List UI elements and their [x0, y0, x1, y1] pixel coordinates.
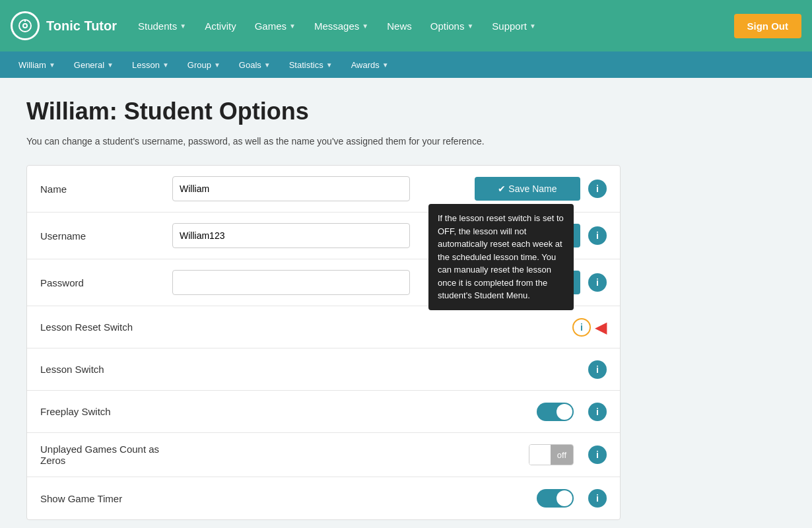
nav-items: Students ▼ Activity Games ▼ Messages ▼ N… [130, 15, 733, 37]
subnav-group[interactable]: Group ▼ [180, 56, 228, 74]
subnav-awards-label: Awards [351, 60, 380, 70]
game-timer-info-button[interactable]: i [588, 489, 607, 508]
freeplay-switch-actions: i [537, 403, 607, 421]
nav-options-label: Options [430, 20, 465, 32]
toggle-knob [557, 490, 572, 506]
name-label: Name [40, 183, 172, 195]
chevron-down-icon: ▼ [264, 61, 271, 69]
svg-point-1 [23, 24, 27, 28]
lesson-switch-info-button[interactable]: i [588, 360, 607, 379]
freeplay-switch-row: Freeplay Switch i [27, 391, 620, 433]
toggle-white-side [529, 444, 551, 465]
subnav-lesson-label: Lesson [132, 60, 160, 70]
subnav-awards[interactable]: Awards ▼ [343, 56, 397, 74]
top-navigation: Tonic Tutor Students ▼ Activity Games ▼ … [0, 0, 812, 51]
subnav-goals[interactable]: Goals ▼ [231, 56, 279, 74]
app-title: Tonic Tutor [46, 18, 117, 34]
password-input[interactable] [172, 270, 410, 295]
subnav-general-label: General [74, 60, 104, 70]
logo-icon [11, 11, 40, 40]
toggle-off-label: off [551, 444, 573, 465]
logo[interactable]: Tonic Tutor [11, 11, 117, 40]
chevron-down-icon: ▼ [107, 61, 114, 69]
subnav-william[interactable]: William ▼ [11, 56, 63, 74]
name-info-button[interactable]: i [588, 180, 607, 198]
lesson-reset-label: Lesson Reset Switch [40, 321, 172, 333]
lesson-switch-actions: i [580, 360, 607, 379]
chevron-down-icon: ▼ [214, 61, 220, 69]
chevron-down-icon: ▼ [529, 22, 536, 30]
nav-messages-label: Messages [314, 20, 359, 32]
nav-support[interactable]: Support ▼ [484, 15, 543, 37]
chevron-down-icon: ▼ [467, 22, 473, 30]
lesson-reset-info-button[interactable]: i [572, 318, 591, 337]
chevron-down-icon: ▼ [382, 61, 389, 69]
subnav-statistics[interactable]: Statistics ▼ [281, 56, 341, 74]
freeplay-toggle[interactable] [537, 403, 574, 421]
nav-students[interactable]: Students ▼ [130, 15, 194, 37]
show-game-timer-row: Show Game Timer i [27, 477, 620, 519]
nav-news[interactable]: News [379, 15, 420, 37]
lesson-reset-row: Lesson Reset Switch If the lesson reset … [27, 306, 620, 348]
chevron-down-icon: ▼ [162, 61, 169, 69]
chevron-down-icon: ▼ [362, 22, 368, 30]
unplayed-games-label: Unplayed Games Count as Zeros [40, 444, 172, 466]
subnav-general[interactable]: General ▼ [66, 56, 121, 74]
username-input[interactable] [172, 223, 410, 248]
nav-activity[interactable]: Activity [197, 15, 244, 37]
nav-games[interactable]: Games ▼ [247, 15, 304, 37]
main-content: William: Student Options You can change … [0, 78, 812, 528]
chevron-down-icon: ▼ [289, 22, 296, 30]
page-title: William: Student Options [26, 98, 786, 125]
unplayed-games-actions: off i [529, 444, 607, 465]
chevron-down-icon: ▼ [326, 61, 333, 69]
arrow-indicator: ◀ [595, 318, 607, 337]
student-options-form: Name ✔ Save Name i Username ✔ Save Usern… [26, 165, 621, 520]
lesson-switch-label: Lesson Switch [40, 364, 172, 375]
nav-options[interactable]: Options ▼ [423, 15, 482, 37]
nav-activity-label: Activity [205, 20, 236, 32]
username-label: Username [40, 230, 172, 242]
unplayed-games-row: Unplayed Games Count as Zeros off i [27, 433, 620, 477]
freeplay-info-button[interactable]: i [588, 403, 607, 421]
game-timer-toggle[interactable] [537, 489, 574, 508]
sign-out-button[interactable]: Sign Out [734, 14, 802, 38]
name-input[interactable] [172, 176, 410, 201]
nav-messages[interactable]: Messages ▼ [306, 15, 376, 37]
chevron-down-icon: ▼ [49, 61, 55, 69]
password-info-button[interactable]: i [588, 273, 607, 292]
show-game-timer-label: Show Game Timer [40, 493, 172, 504]
subnav-lesson[interactable]: Lesson ▼ [124, 56, 177, 74]
save-name-button[interactable]: ✔ Save Name [475, 177, 580, 201]
nav-students-label: Students [138, 20, 177, 32]
subnav-goals-label: Goals [239, 60, 261, 70]
freeplay-switch-label: Freeplay Switch [40, 406, 172, 417]
subnav-statistics-label: Statistics [289, 60, 323, 70]
chevron-down-icon: ▼ [180, 22, 186, 30]
unplayed-games-toggle[interactable]: off [529, 444, 574, 465]
password-label: Password [40, 277, 172, 288]
username-info-button[interactable]: i [588, 226, 607, 245]
nav-news-label: News [387, 20, 412, 32]
toggle-knob [557, 404, 572, 420]
page-description: You can change a student's username, pas… [26, 136, 786, 147]
lesson-switch-row: Lesson Switch i [27, 348, 620, 391]
sub-navigation: William ▼ General ▼ Lesson ▼ Group ▼ Goa… [0, 51, 812, 78]
name-actions: ✔ Save Name i [461, 177, 607, 201]
unplayed-games-info-button[interactable]: i [588, 446, 607, 464]
subnav-william-label: William [18, 60, 46, 70]
nav-support-label: Support [492, 20, 527, 32]
lesson-reset-actions: If the lesson reset switch is set to OFF… [564, 318, 607, 337]
nav-games-label: Games [255, 20, 287, 32]
show-game-timer-actions: i [537, 489, 607, 508]
subnav-group-label: Group [187, 60, 211, 70]
lesson-reset-tooltip: If the lesson reset switch is set to OFF… [428, 204, 574, 310]
